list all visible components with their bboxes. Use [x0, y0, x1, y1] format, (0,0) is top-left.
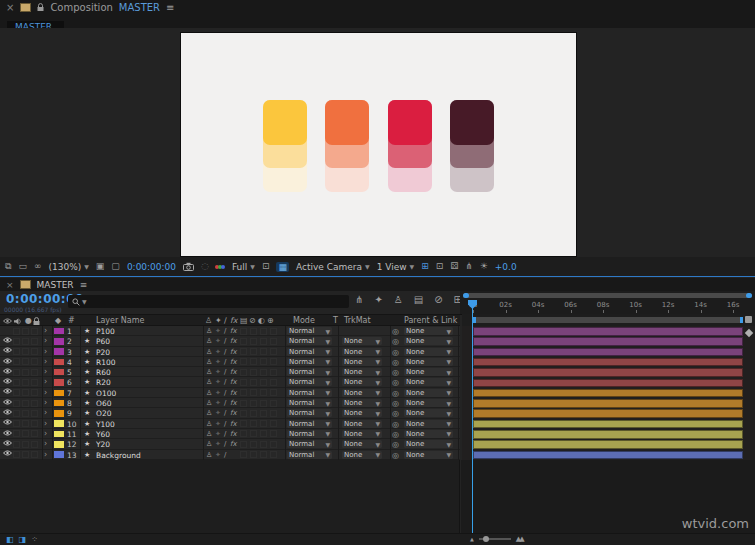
- title-action-safe-icon[interactable]: ▣: [96, 262, 105, 271]
- shared-view-icon[interactable]: ⊞: [421, 262, 429, 271]
- expand-arrow-icon[interactable]: ›: [44, 347, 47, 356]
- parent-pickwhip-icon[interactable]: ◎: [392, 348, 399, 357]
- time-ruler[interactable]: 0s02s04s06s08s10s12s14s16s: [460, 300, 755, 315]
- audio-cell[interactable]: [13, 420, 20, 427]
- frame-blend-cell[interactable]: [240, 451, 247, 458]
- layer-row[interactable]: ›1★P100♙✦∕fxNormal▼◎None▼: [0, 326, 460, 336]
- collapse-switch-icon[interactable]: ✦: [215, 409, 221, 417]
- solo-cell[interactable]: [22, 348, 29, 355]
- fx-switch-icon[interactable]: fx: [230, 337, 237, 345]
- 3d-cell[interactable]: [270, 451, 277, 458]
- parent-dropdown[interactable]: None▼: [404, 399, 453, 407]
- view-layout-dropdown[interactable]: 1 View▼: [377, 262, 415, 272]
- shy-switch-icon[interactable]: ♙: [206, 451, 212, 459]
- layer-name[interactable]: O60: [96, 399, 111, 408]
- lock-cell[interactable]: [31, 430, 38, 437]
- frame-blend-cell[interactable]: [240, 410, 247, 417]
- collapse-column-icon[interactable]: ✦: [215, 316, 222, 325]
- comp-marker-bin-icon[interactable]: [745, 316, 752, 323]
- layer-row[interactable]: ›2★P60♙✦∕fxNormal▼None▼◎None▼: [0, 336, 460, 346]
- shy-switch-icon[interactable]: ♙: [206, 420, 212, 428]
- parent-pickwhip-icon[interactable]: ◎: [392, 368, 399, 377]
- quality-switch-icon[interactable]: ∕: [224, 358, 226, 366]
- blend-mode-dropdown[interactable]: Normal▼: [287, 409, 332, 417]
- fx-switch-icon[interactable]: fx: [230, 440, 237, 448]
- layer-name[interactable]: Y60: [96, 430, 110, 439]
- adjustment-cell[interactable]: [260, 328, 267, 335]
- parent-dropdown[interactable]: None▼: [404, 327, 453, 335]
- parent-dropdown[interactable]: None▼: [404, 337, 453, 345]
- motion-blur-cell[interactable]: [250, 358, 257, 365]
- mode-column-header[interactable]: Mode: [293, 316, 315, 325]
- lock-cell[interactable]: [31, 338, 38, 345]
- lock-cell[interactable]: [31, 441, 38, 448]
- hide-shy-layers-icon[interactable]: ♙: [394, 295, 403, 305]
- layer-duration-bar[interactable]: [473, 399, 743, 408]
- time-navigator-bar[interactable]: [463, 293, 752, 298]
- solo-cell[interactable]: [22, 379, 29, 386]
- motion-blur-icon[interactable]: ⊘: [434, 295, 442, 305]
- quality-switch-icon[interactable]: ∕: [224, 440, 226, 448]
- zoom-slider[interactable]: [479, 538, 511, 540]
- adjustment-cell[interactable]: [260, 389, 267, 396]
- trkmat-dropdown[interactable]: None▼: [342, 420, 382, 428]
- layer-duration-bar[interactable]: [473, 409, 743, 418]
- parent-pickwhip-icon[interactable]: ◎: [392, 389, 399, 398]
- lock-cell[interactable]: [31, 379, 38, 386]
- audio-cell[interactable]: [13, 451, 20, 458]
- adjustment-column-icon[interactable]: ◐: [258, 316, 265, 325]
- quality-switch-icon[interactable]: ∕: [224, 378, 226, 386]
- close-icon[interactable]: ×: [6, 2, 14, 13]
- expand-arrow-icon[interactable]: ›: [44, 419, 47, 428]
- label-color-chip[interactable]: [54, 400, 64, 407]
- adjustment-cell[interactable]: [260, 348, 267, 355]
- blend-mode-dropdown[interactable]: Normal▼: [287, 440, 332, 448]
- shy-switch-icon[interactable]: ♙: [206, 399, 212, 407]
- 3d-cell[interactable]: [270, 338, 277, 345]
- composition-canvas[interactable]: [181, 33, 576, 256]
- blend-mode-dropdown[interactable]: Normal▼: [287, 368, 332, 376]
- solo-cell[interactable]: [22, 420, 29, 427]
- toggle-transfer-controls-pane-icon[interactable]: ◨: [19, 535, 27, 544]
- quality-switch-icon[interactable]: ∕: [224, 389, 226, 397]
- timeline-button-icon[interactable]: ⋔: [465, 262, 473, 271]
- frame-blend-cell[interactable]: [240, 379, 247, 386]
- label-color-chip[interactable]: [54, 451, 64, 458]
- timeline-tab-name[interactable]: MASTER: [37, 280, 74, 290]
- layer-duration-bar[interactable]: [473, 358, 743, 367]
- collapse-switch-icon[interactable]: ✦: [215, 420, 221, 428]
- blend-mode-dropdown[interactable]: Normal▼: [287, 451, 332, 459]
- collapse-switch-icon[interactable]: ✦: [215, 348, 221, 356]
- quality-switch-icon[interactable]: ∕: [224, 409, 226, 417]
- audio-cell[interactable]: [13, 358, 20, 365]
- expand-arrow-icon[interactable]: ›: [44, 377, 47, 386]
- zoom-in-mountain-icon[interactable]: ▲▲: [516, 535, 523, 543]
- layer-row[interactable]: ›8★O60♙✦∕fxNormal▼None▼◎None▼: [0, 398, 460, 408]
- reset-exposure-icon[interactable]: ☀: [480, 262, 488, 271]
- trkmat-dropdown[interactable]: None▼: [342, 430, 382, 438]
- resolution-dropdown[interactable]: Full▼: [232, 262, 255, 272]
- fx-switch-icon[interactable]: fx: [230, 389, 237, 397]
- region-of-interest-icon[interactable]: ⊡: [262, 262, 270, 271]
- frame-blend-cell[interactable]: [240, 430, 247, 437]
- trkmat-dropdown[interactable]: None▼: [342, 409, 382, 417]
- collapse-switch-icon[interactable]: ✦: [215, 440, 221, 448]
- lock-cell[interactable]: [31, 389, 38, 396]
- layer-duration-bar[interactable]: [473, 389, 743, 398]
- trkmat-dropdown[interactable]: None▼: [342, 348, 382, 356]
- navigator-start-handle[interactable]: [463, 293, 469, 298]
- blend-mode-dropdown[interactable]: Normal▼: [287, 430, 332, 438]
- 3d-cell[interactable]: [270, 410, 277, 417]
- lock-cell[interactable]: [31, 400, 38, 407]
- trkmat-dropdown[interactable]: None▼: [342, 337, 382, 345]
- parent-dropdown[interactable]: None▼: [404, 389, 453, 397]
- layer-name[interactable]: O100: [96, 389, 116, 398]
- shy-switch-icon[interactable]: ♙: [206, 378, 212, 386]
- layer-name[interactable]: Background: [96, 451, 141, 460]
- layer-search-box[interactable]: ▼: [68, 295, 349, 308]
- expand-arrow-icon[interactable]: ›: [44, 398, 47, 407]
- solo-cell[interactable]: [22, 441, 29, 448]
- layer-duration-bar[interactable]: [473, 379, 743, 388]
- parent-dropdown[interactable]: None▼: [404, 420, 453, 428]
- label-column-icon[interactable]: ◆: [55, 316, 61, 325]
